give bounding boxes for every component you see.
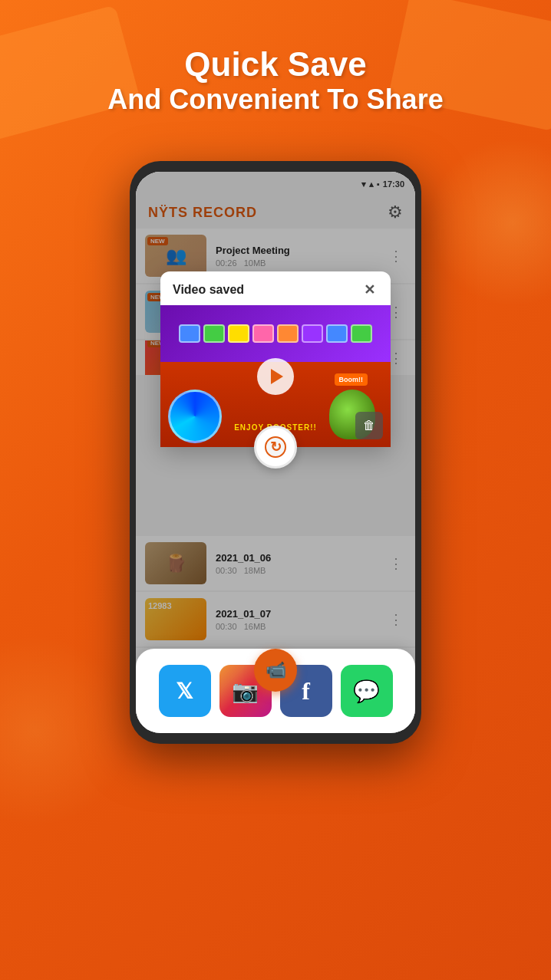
game-spinner [168,390,222,443]
video-saved-modal: Video saved ✕ [160,271,391,447]
candy-purple [302,324,323,343]
refresh-icon: ↻ [270,439,282,455]
modal-header: Video saved ✕ [160,271,391,305]
twitter-icon: 𝕏 [176,679,193,704]
camera-record-icon: 📹 [266,660,286,680]
candy-blue [179,324,200,343]
candy-green2 [351,324,372,343]
twitter-button[interactable]: 𝕏 [159,665,211,717]
candy-pink [252,324,274,343]
whatsapp-icon: 💬 [353,679,380,704]
candy-blocks [160,305,391,362]
whatsapp-button[interactable]: 💬 [341,665,393,717]
header-section: Quick Save And Convenient To Share [0,46,551,117]
facebook-icon: f [302,677,310,705]
modal-close-button[interactable]: ✕ [360,281,378,299]
bg-sunburst-left [0,635,130,827]
share-refresh-button[interactable]: ↻ [254,426,297,469]
phone-mockup: ▾ ▴ ▪ 17:30 NŸTS RECORD ⚙ [130,161,421,744]
boom-badge: Boom!! [335,373,368,386]
candy-yellow [228,324,249,343]
page-subtitle: And Convenient To Share [0,83,551,116]
modal-title: Video saved [173,283,244,297]
instagram-icon: 📷 [232,679,259,704]
record-fab-button[interactable]: 📹 [254,649,297,692]
play-triangle-icon [271,369,283,384]
page-title: Quick Save [0,46,551,83]
candy-blue2 [326,324,348,343]
close-icon: ✕ [364,281,375,298]
candy-green [203,324,225,343]
candy-orange [277,324,299,343]
trash-icon: 🗑 [363,419,375,432]
play-button[interactable] [257,358,294,395]
share-icon: ↻ [265,436,286,458]
delete-button[interactable]: 🗑 [355,412,383,439]
bg-sunburst-right [428,138,551,307]
